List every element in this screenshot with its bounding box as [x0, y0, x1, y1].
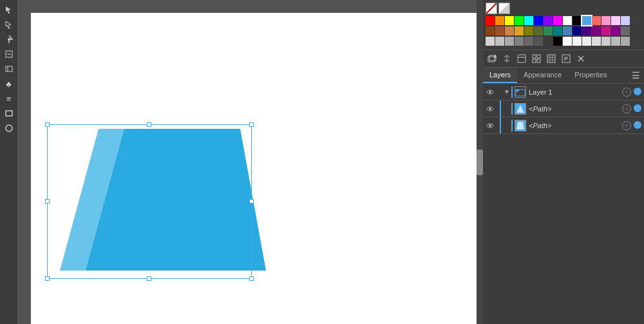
gradient-swatch[interactable] — [498, 3, 510, 14]
view-icon[interactable] — [530, 52, 543, 65]
color-swatch[interactable] — [524, 16, 533, 25]
swatches-area — [483, 0, 644, 50]
color-swatch[interactable] — [505, 16, 514, 25]
svg-point-39 — [489, 124, 491, 127]
color-swatch[interactable] — [544, 16, 553, 25]
visibility-toggle-1[interactable] — [483, 100, 497, 117]
layer-toggle-1[interactable]: ○ — [622, 104, 631, 113]
color-swatch[interactable] — [573, 26, 582, 35]
tool-rect[interactable] — [2, 106, 16, 120]
color-swatch[interactable] — [553, 37, 562, 46]
visibility-toggle-2[interactable] — [483, 117, 497, 134]
layer-toggle-2[interactable]: ○ — [622, 121, 631, 130]
color-swatch[interactable] — [495, 26, 504, 35]
panel-tabs: Layers Appearance Properties ☰ — [483, 68, 644, 84]
layer-actions-2: ○ — [622, 121, 641, 130]
tool-selection[interactable] — [2, 3, 16, 17]
color-swatch[interactable] — [515, 37, 524, 46]
color-swatch[interactable] — [553, 16, 562, 25]
tool-pen[interactable] — [2, 32, 16, 46]
layer-row-0[interactable]: ▼ Layer 1 ○ — [483, 84, 644, 100]
color-swatch[interactable] — [582, 37, 591, 46]
color-swatch[interactable] — [544, 26, 553, 35]
color-swatch[interactable] — [534, 37, 543, 46]
svg-rect-16 — [533, 55, 536, 58]
tab-properties[interactable]: Properties — [568, 68, 613, 83]
color-swatch[interactable] — [553, 26, 562, 35]
layer-row-1[interactable]: <Path> ○ — [483, 100, 644, 117]
color-swatch[interactable] — [573, 16, 582, 25]
tab-appearance[interactable]: Appearance — [517, 68, 568, 83]
tool-menu[interactable]: ≡ — [2, 91, 16, 106]
canvas-scrollbar[interactable] — [477, 0, 483, 324]
svg-rect-14 — [518, 55, 526, 62]
tool-rotate[interactable] — [2, 62, 16, 76]
tool-ellipse[interactable] — [2, 121, 16, 135]
color-swatch[interactable] — [495, 37, 504, 46]
delete-icon[interactable] — [574, 52, 587, 65]
color-swatch[interactable] — [486, 37, 495, 46]
color-swatch[interactable] — [592, 16, 601, 25]
color-swatch[interactable] — [582, 26, 591, 35]
svg-rect-18 — [533, 59, 536, 62]
color-swatch[interactable] — [495, 16, 504, 25]
panel-icons-row — [483, 50, 644, 68]
color-swatch[interactable] — [524, 37, 533, 46]
visibility-toggle-0[interactable] — [483, 84, 497, 100]
color-swatch[interactable] — [534, 16, 543, 25]
svg-point-6 — [6, 125, 12, 131]
color-swatch[interactable] — [563, 16, 572, 25]
canvas-area[interactable] — [18, 0, 483, 324]
right-panel: Layers Appearance Properties ☰ ▼ Layer 1… — [483, 0, 644, 324]
swatch-row-1 — [486, 16, 641, 25]
layer-expand-0[interactable]: ▼ — [502, 88, 511, 97]
color-swatch[interactable] — [611, 37, 620, 46]
color-swatch[interactable] — [601, 16, 611, 25]
tool-club[interactable]: ♣ — [2, 77, 16, 91]
color-swatch[interactable] — [486, 26, 495, 35]
tool-direct-select[interactable] — [2, 17, 16, 32]
no-color-swatch[interactable] — [486, 3, 497, 14]
layer-toggle-0[interactable]: ○ — [622, 88, 631, 97]
color-swatch[interactable] — [515, 16, 524, 25]
color-swatch[interactable] — [505, 37, 514, 46]
color-swatch[interactable] — [505, 26, 514, 35]
color-swatch[interactable] — [601, 37, 611, 46]
tab-layers[interactable]: Layers — [483, 68, 517, 83]
color-swatch[interactable] — [611, 16, 620, 25]
color-swatch[interactable] — [486, 16, 495, 25]
layer-name-0: Layer 1 — [529, 88, 622, 96]
color-swatch[interactable] — [611, 26, 620, 35]
svg-point-36 — [489, 108, 491, 110]
color-swatch[interactable] — [601, 26, 611, 35]
color-swatch[interactable] — [592, 26, 601, 35]
scroll-thumb[interactable] — [477, 149, 483, 175]
svg-marker-40 — [516, 122, 524, 129]
layer-row-2[interactable]: <Path> ○ — [483, 117, 644, 134]
layer-actions-0: ○ — [622, 88, 641, 97]
panel-menu-btn[interactable]: ☰ — [628, 70, 644, 81]
new-layer-icon[interactable] — [486, 52, 498, 65]
color-swatch[interactable] — [534, 26, 543, 35]
color-swatch[interactable] — [515, 26, 524, 35]
color-swatch[interactable] — [563, 26, 572, 35]
color-swatch[interactable] — [573, 37, 582, 46]
color-swatch[interactable] — [582, 16, 591, 25]
layer-actions-1: ○ — [622, 104, 641, 113]
collect-icon[interactable] — [515, 52, 528, 65]
color-swatch[interactable] — [621, 26, 630, 35]
color-swatch[interactable] — [621, 37, 630, 46]
color-swatch[interactable] — [621, 16, 630, 25]
color-swatch[interactable] — [592, 37, 601, 46]
move-icon[interactable] — [500, 52, 513, 65]
svg-rect-34 — [516, 90, 519, 91]
export-icon[interactable] — [560, 52, 573, 65]
grid-icon[interactable] — [545, 52, 558, 65]
color-swatch[interactable] — [524, 26, 533, 35]
layer-color-0 — [634, 88, 641, 95]
layer-color-2 — [634, 121, 641, 129]
color-swatch[interactable] — [544, 37, 553, 46]
color-swatch[interactable] — [563, 37, 572, 46]
layer-name-2: <Path> — [529, 122, 622, 129]
tool-type[interactable] — [2, 47, 16, 61]
